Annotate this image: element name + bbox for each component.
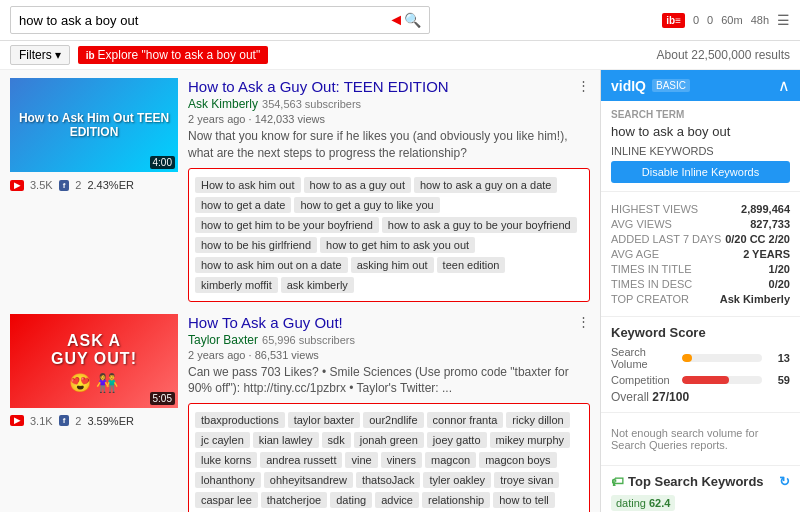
header: ◄ 🔍 ib≡ 0 0 60m 48h ☰ [0,0,800,41]
keyword-tag[interactable]: ohheyitsandrew [264,472,353,488]
keyword-tag[interactable]: ask kimberly [281,277,354,293]
keyword-tag[interactable]: thatsoJack [356,472,421,488]
video-title-1[interactable]: How to Ask a Guy Out: TEEN EDITION [188,78,449,95]
keyword-tag[interactable]: joey gatto [427,432,487,448]
stat-value: 1/20 [769,263,790,275]
keyword-tag[interactable]: how to be his girlfriend [195,237,317,253]
not-enough-section: Not enough search volume for Search Quer… [601,413,800,466]
keyword-tag[interactable]: caspar lee [195,492,258,508]
keyword-tag[interactable]: relationship [422,492,490,508]
keyword-tag[interactable]: troye sivan [494,472,559,488]
fb-stat-2: 2 [75,415,81,427]
duration-2: 5:05 [150,392,175,405]
fb-icon-2: f [59,415,70,426]
stat-label: AVG AGE [611,248,659,260]
stat-label: TIMES IN DESC [611,278,692,290]
keyword-tag[interactable]: how to get him to be your boyfriend [195,217,379,233]
keywords-box-2: tbaxproductionstaylor baxterour2ndlifeco… [188,403,590,512]
video-desc-1: Now that you know for sure if he likes y… [188,128,590,162]
keyword-tag[interactable]: viners [381,452,422,468]
keyword-tag[interactable]: sdk [322,432,351,448]
menu-icon[interactable]: ☰ [777,12,790,28]
sidebar-subtitle: BASIC [652,79,690,92]
keyword-tag[interactable]: jc caylen [195,432,250,448]
stat-row: AVG VIEWS827,733 [611,218,790,230]
stat-row: ADDED LAST 7 DAYS0/20 CC 2/20 [611,233,790,245]
keyword-tag[interactable]: how to ask a guy to be your boyfriend [382,217,577,233]
more-options-icon-2[interactable]: ⋮ [577,314,590,331]
keyword-tag[interactable]: dating [330,492,372,508]
search-bar: ◄ 🔍 [10,6,430,34]
video-info-2: How To Ask a Guy Out! ⋮ Taylor Baxter 65… [188,314,590,512]
keyword-tag[interactable]: kimberly moffit [195,277,278,293]
er-stat-1: 2.43%ER [87,179,133,191]
video-stats-1: 2 years ago · 142,033 views [188,113,590,125]
keyword-tag[interactable]: how to as a guy out [304,177,411,193]
channel-name-2[interactable]: Taylor Baxter [188,333,258,347]
stat-label: HIGHEST VIEWS [611,203,698,215]
keyword-tag[interactable]: lohanthony [195,472,261,488]
kw-pill[interactable]: dating 62.4 [611,495,675,511]
keyword-tag[interactable]: magcon [425,452,476,468]
score-row: Search Volume13 [611,346,790,370]
keyword-tag[interactable]: how to ask him out on a date [195,257,348,273]
keyword-tag[interactable]: magcon boys [479,452,556,468]
keyword-tag[interactable]: kian lawley [253,432,319,448]
keyword-tag[interactable]: tyler oakley [423,472,491,488]
keyword-tag[interactable]: luke korns [195,452,257,468]
keyword-tag[interactable]: tbaxproductions [195,412,285,428]
stat-value: 2,899,464 [741,203,790,215]
stat-row: TIMES IN TITLE1/20 [611,263,790,275]
keyword-tag[interactable]: ricky dillon [506,412,569,428]
youtube-icon-2: ▶ [10,415,24,426]
stat-label: ADDED LAST 7 DAYS [611,233,721,245]
keyword-tag[interactable]: taylor baxter [288,412,361,428]
keyword-tag[interactable]: andrea russett [260,452,342,468]
keyword-tag[interactable]: jonah green [354,432,424,448]
search-input[interactable] [19,13,382,28]
explore-button[interactable]: ib Explore "how to ask a boy out" [78,46,269,64]
fb-icon-1: f [59,180,70,191]
score-label: Search Volume [611,346,676,370]
keyword-score-section: Keyword Score Search Volume13Competition… [601,317,800,413]
er-stat-2: 3.59%ER [87,415,133,427]
keywords-box-1: How to ask him outhow to as a guy outhow… [188,168,590,302]
stat-row: TIMES IN DESC0/20 [611,278,790,290]
keyword-tag[interactable]: how to get a guy to like you [294,197,439,213]
overall-label: Overall [611,390,649,404]
disable-inline-keywords-button[interactable]: Disable Inline Keywords [611,161,790,183]
keyword-tag[interactable]: how to get him to ask you out [320,237,475,253]
keyword-tag[interactable]: how to get a date [195,197,291,213]
keyword-tag[interactable]: how to ask a guy on a date [414,177,557,193]
keyword-tag[interactable]: our2ndlife [363,412,423,428]
sidebar: vidIQ BASIC ∧ SEARCH TERM how to ask a b… [600,70,800,512]
keyword-tag[interactable]: advice [375,492,419,508]
video-title-2[interactable]: How To Ask a Guy Out! [188,314,343,331]
search-icon[interactable]: 🔍 [404,12,421,28]
keyword-tag[interactable]: thatcherjoe [261,492,327,508]
stat-value: 827,733 [750,218,790,230]
search-term-section: SEARCH TERM how to ask a boy out INLINE … [601,101,800,192]
keyword-tag[interactable]: teen edition [437,257,506,273]
time2: 48h [751,14,769,26]
score-label: Competition [611,374,676,386]
close-icon[interactable]: ∧ [778,76,790,95]
stat-row: AVG AGE2 YEARS [611,248,790,260]
stat-value: 0/20 CC 2/20 [725,233,790,245]
subheader: Filters ▾ ib Explore "how to ask a boy o… [0,41,800,70]
refresh-icon[interactable]: ↻ [779,474,790,489]
yt-stat-1: 3.5K [30,179,53,191]
more-options-icon-1[interactable]: ⋮ [577,78,590,95]
channel-name-1[interactable]: Ask Kimberly [188,97,258,111]
keyword-tag[interactable]: How to ask him out [195,177,301,193]
keyword-tag[interactable]: connor franta [427,412,504,428]
keyword-tag[interactable]: vine [345,452,377,468]
overall-row: Overall 27/100 [611,390,790,404]
keyword-tag[interactable]: asking him out [351,257,434,273]
score-bar [682,376,729,384]
filters-button[interactable]: Filters ▾ [10,45,70,65]
youtube-icon-1: ▶ [10,180,24,191]
keyword-tag[interactable]: mikey murphy [490,432,570,448]
keyword-tag[interactable]: how to tell [493,492,555,508]
stat-value: 0/20 [769,278,790,290]
